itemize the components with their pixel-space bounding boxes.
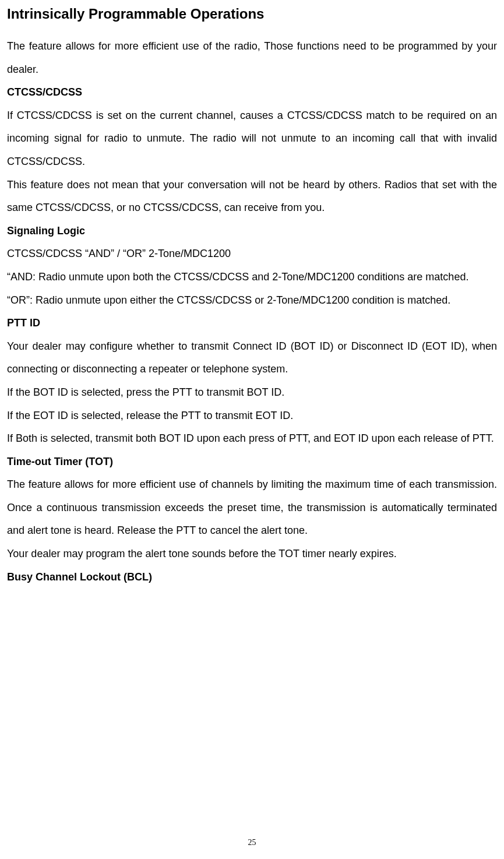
tot-paragraph-1: The feature allows for more efficient us… [7, 473, 497, 543]
ctcss-heading: CTCSS/CDCSS [7, 81, 497, 104]
tot-paragraph-2: Your dealer may program the alert tone s… [7, 543, 497, 566]
intro-paragraph: The feature allows for more efficient us… [7, 35, 497, 81]
signaling-paragraph-1: CTCSS/CDCSS “AND” / “OR” 2-Tone/MDC1200 [7, 242, 497, 266]
pttid-paragraph-2: If the BOT ID is selected, press the PTT… [7, 381, 497, 404]
signaling-paragraph-3: “OR”: Radio unmute upon either the CTCSS… [7, 289, 497, 312]
signaling-heading: Signaling Logic [7, 220, 497, 243]
pttid-paragraph-1: Your dealer may configure whether to tra… [7, 335, 497, 381]
pttid-paragraph-4: If Both is selected, transmit both BOT I… [7, 427, 497, 450]
ctcss-paragraph-1: If CTCSS/CDCSS is set on the current cha… [7, 104, 497, 174]
page-heading: Intrinsically Programmable Operations [7, 6, 497, 22]
tot-heading: Time-out Timer (TOT) [7, 450, 497, 474]
pttid-paragraph-3: If the EOT ID is selected, release the P… [7, 404, 497, 428]
signaling-paragraph-2: “AND: Radio unmute upon both the CTCSS/C… [7, 266, 497, 289]
pttid-heading: PTT ID [7, 312, 497, 335]
bcl-heading: Busy Channel Lockout (BCL) [7, 566, 497, 589]
ctcss-paragraph-2: This feature does not mean that your con… [7, 174, 497, 220]
page-number: 25 [0, 838, 504, 847]
